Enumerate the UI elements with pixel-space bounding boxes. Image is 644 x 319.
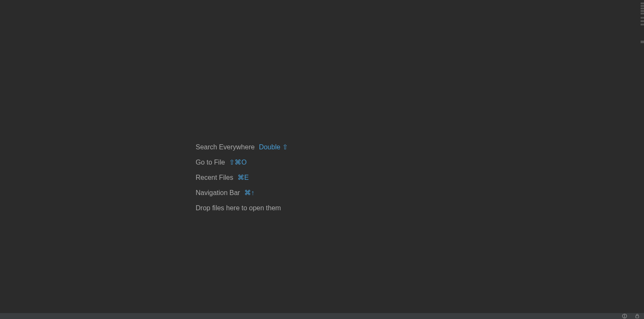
hint-shortcut: ⇧⌘O [229,158,246,167]
hint-label: Go to File [196,158,225,167]
hint-label: Search Everywhere [196,143,255,151]
gutter-mark [641,13,644,14]
status-bar [0,313,644,319]
hint-shortcut: ⌘↑ [244,189,254,197]
hint-label: Navigation Bar [196,189,240,197]
hint-shortcut: ⌘E [237,173,249,182]
hint-search-everywhere: Search Everywhere Double ⇧ [196,143,288,151]
lock-icon[interactable] [635,314,640,319]
editor-right-gutter [640,0,644,313]
hint-navigation-bar: Navigation Bar ⌘↑ [196,189,288,197]
hint-label: Drop files here to open them [196,204,281,212]
gutter-mark [641,10,644,12]
hint-shortcut: Double ⇧ [259,143,288,151]
gutter-mark [641,24,644,25]
svg-rect-2 [636,316,639,318]
hint-drop-files: Drop files here to open them [196,204,288,212]
gutter-mark [641,20,644,22]
gutter-mark [641,17,644,19]
hint-label: Recent Files [196,173,233,182]
empty-editor-hints: Search Everywhere Double ⇧ Go to File ⇧⌘… [196,143,288,212]
hint-recent-files: Recent Files ⌘E [196,173,288,182]
gutter-mark [641,3,644,4]
inspection-indicator-icon[interactable] [622,314,627,319]
empty-editor-area[interactable]: Search Everywhere Double ⇧ Go to File ⇧⌘… [0,0,640,313]
gutter-mark [641,5,644,7]
hint-go-to-file: Go to File ⇧⌘O [196,158,288,167]
gutter-mark [641,8,644,9]
gutter-mark [641,41,644,43]
